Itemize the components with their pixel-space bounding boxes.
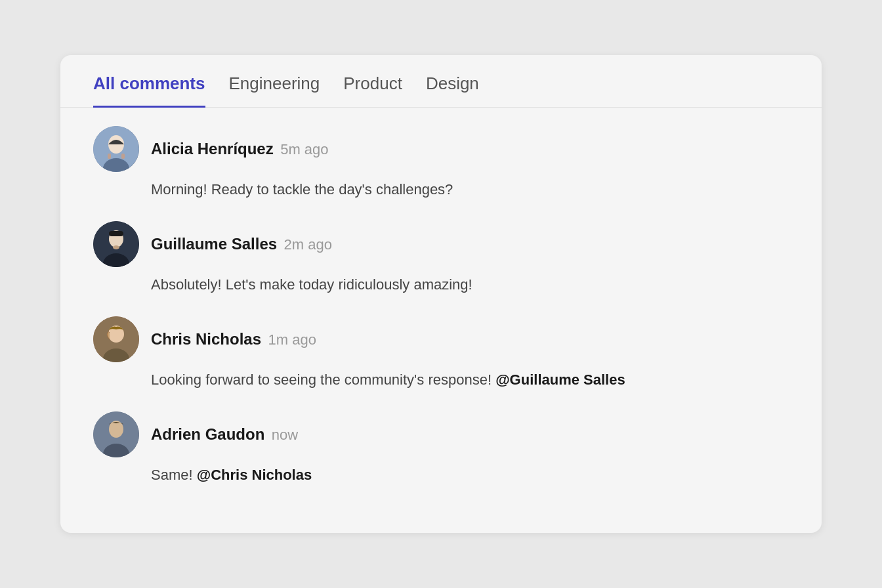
author-name: Adrien Gaudon <box>151 425 264 443</box>
comment-timestamp: now <box>272 427 298 443</box>
tab-engineering[interactable]: Engineering <box>229 55 320 108</box>
avatar <box>93 126 139 172</box>
mention: @Chris Nicholas <box>197 467 312 483</box>
comment-header: Chris Nicholas 1m ago <box>93 316 789 362</box>
comment-header: Alicia Henríquez 5m ago <box>93 126 789 172</box>
comment-item: Alicia Henríquez 5m ago Morning! Ready t… <box>93 126 789 200</box>
tab-all-comments[interactable]: All comments <box>93 55 205 108</box>
author-info: Guillaume Salles 2m ago <box>151 235 332 253</box>
tab-design[interactable]: Design <box>426 55 479 108</box>
comments-card: All comments Engineering Product Design <box>60 55 822 533</box>
author-info: Chris Nicholas 1m ago <box>151 330 316 348</box>
comment-item: Adrien Gaudon now Same! @Chris Nicholas <box>93 411 789 486</box>
svg-point-9 <box>113 245 119 249</box>
mention: @Guillaume Salles <box>495 371 625 388</box>
author-name: Guillaume Salles <box>151 235 277 253</box>
comment-text: Looking forward to seeing the community'… <box>151 369 789 390</box>
avatar <box>93 221 139 267</box>
comment-item: Chris Nicholas 1m ago Looking forward to… <box>93 316 789 390</box>
comment-text: Absolutely! Let's make today ridiculousl… <box>151 274 789 295</box>
author-name: Alicia Henríquez <box>151 140 274 158</box>
author-info: Adrien Gaudon now <box>151 425 298 444</box>
svg-rect-3 <box>108 154 111 159</box>
comment-header: Guillaume Salles 2m ago <box>93 221 789 267</box>
comment-timestamp: 2m ago <box>284 236 332 253</box>
comment-header: Adrien Gaudon now <box>93 411 789 457</box>
comment-timestamp: 5m ago <box>280 141 328 158</box>
comment-timestamp: 1m ago <box>268 331 316 348</box>
comment-text: Morning! Ready to tackle the day's chall… <box>151 178 789 200</box>
avatar <box>93 411 139 457</box>
svg-rect-8 <box>109 231 123 236</box>
author-info: Alicia Henríquez 5m ago <box>151 140 329 158</box>
comment-item: Guillaume Salles 2m ago Absolutely! Let'… <box>93 221 789 295</box>
avatar <box>93 316 139 362</box>
svg-rect-4 <box>121 154 125 159</box>
tab-product[interactable]: Product <box>343 55 402 108</box>
comment-text: Same! @Chris Nicholas <box>151 464 789 486</box>
tabs-nav: All comments Engineering Product Design <box>60 55 822 108</box>
comments-list: Alicia Henríquez 5m ago Morning! Ready t… <box>60 108 822 533</box>
author-name: Chris Nicholas <box>151 330 261 348</box>
